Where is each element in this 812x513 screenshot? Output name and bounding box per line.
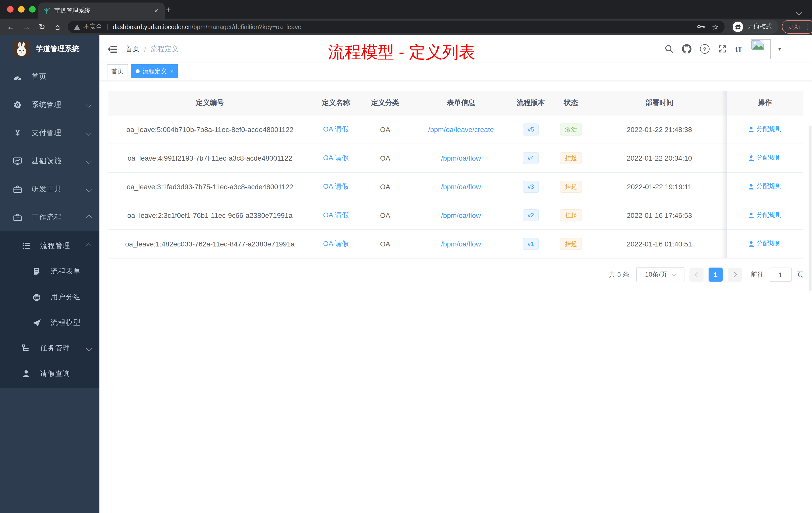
sidebar-item-workflow[interactable]: 工作流程 [0,203,99,232]
page-content: 定义编号 定义名称 定义分类 表单信息 流程版本 状态 部署时间 操作 oa_l… [99,80,812,513]
next-page-button[interactable] [728,268,742,281]
sidebar-item-leave-query[interactable]: 请假查询 [0,361,99,387]
incognito-label: 无痕模式 [747,23,772,31]
back-icon[interactable]: ← [4,20,18,34]
reload-icon[interactable]: ↻ [35,20,49,34]
form-link[interactable]: /bpm/oa/flow [441,211,481,219]
cell-deploy-time: 2022-01-22 20:34:10 [592,154,726,162]
chevron-down-icon [86,158,92,164]
url-host: dashboard.yudao.iocoder.cn [113,23,192,30]
sidebar-item-infra[interactable]: 基础设施 [0,147,99,175]
assign-rule-button[interactable]: 分配规则 [748,125,782,134]
browser-menu-kebab-icon[interactable]: ⋮ [804,23,811,31]
screen: 芋道管理系统 × + ← → ↻ ⌂ 不安全 dashboard.yudao.i… [0,0,812,513]
home-icon[interactable]: ⌂ [51,20,64,34]
tab-title: 芋道管理系统 [54,6,153,15]
tag-current[interactable]: 流程定义 × [131,64,178,78]
help-icon[interactable]: ? [700,44,709,54]
page-1-button[interactable]: 1 [708,268,723,281]
col-header-version: 流程版本 [512,98,549,108]
chevron-left-icon [695,272,700,278]
not-secure-label[interactable]: 不安全 [83,23,102,31]
sidebar-item-payment[interactable]: ¥ 支付管理 [0,119,99,147]
forward-icon[interactable]: → [20,20,33,34]
yen-icon: ¥ [12,128,23,138]
close-window-button[interactable] [7,6,13,12]
form-link[interactable]: /bpm/oa/flow [441,240,481,248]
browser-tab-strip: 芋道管理系统 × + [0,0,812,19]
goto-page-input[interactable]: 1 [769,268,792,281]
cell-id: oa_leave:1:482ec033-762a-11ec-8477-a2380… [109,240,311,248]
definition-name-link[interactable]: OA 请假 [323,154,349,162]
sidebar-item-user-group[interactable]: 用户分组 [0,284,99,310]
table-row: oa_leave:3:1fad3d93-7b75-11ec-a3c8-acde4… [109,173,804,201]
sidebar-item-process-mgmt[interactable]: 流程管理 [0,233,99,259]
broken-image-icon [751,39,764,50]
sidebar-item-system[interactable]: 系统管理 [0,91,99,119]
cell-id: oa_leave:4:991f2193-7b7f-11ec-a3c8-acde4… [109,154,311,162]
zoom-window-button[interactable] [29,6,36,12]
tab-favicon-plant-icon [43,7,50,14]
form-link[interactable]: /bpm/oa/flow [441,183,481,191]
definition-name-link[interactable]: OA 请假 [323,182,349,190]
avatar[interactable] [751,39,771,59]
window-controls [7,6,36,12]
app-title: 芋道管理系统 [36,44,79,54]
sidebar-item-home[interactable]: 首页 [0,63,99,91]
status-badge: 挂起 [560,181,582,193]
avatar-caret-icon[interactable]: ▼ [777,47,782,52]
tab-close-icon[interactable]: × [153,6,160,14]
sidebar-item-task-mgmt[interactable]: 任务管理 [0,335,99,361]
sidebar-item-process-model[interactable]: 流程模型 [0,310,99,335]
form-link[interactable]: /bpm/oa/flow [441,154,481,162]
tag-close-icon[interactable]: × [170,68,174,74]
cell-category: OA [360,154,410,162]
key-icon[interactable] [697,23,705,30]
assign-rule-button[interactable]: 分配规则 [748,211,782,220]
tags-view-bar: 首页 流程定义 × [99,63,812,80]
assign-rule-button[interactable]: 分配规则 [748,154,782,162]
scrollbar[interactable] [809,125,812,291]
cell-category: OA [360,240,410,248]
person-icon [748,155,754,161]
col-header-status: 状态 [549,98,592,108]
person-icon [748,241,754,247]
browser-tab[interactable]: 芋道管理系统 × [38,2,165,19]
browser-update-button[interactable]: 更新 ⋮ [782,20,812,34]
breadcrumb-home[interactable]: 首页 [125,44,140,54]
new-tab-button[interactable]: + [162,3,175,17]
sidebar-logo[interactable]: 芋道管理系统 [0,35,99,63]
sidebar-item-devtools[interactable]: 研发工具 [0,175,99,203]
col-header-deploy-time: 部署时间 [592,98,726,108]
toolbox-icon [12,185,23,193]
person-icon [748,126,754,132]
definition-name-link[interactable]: OA 请假 [323,125,349,133]
sidebar-collapse-hamburger-icon[interactable] [108,45,117,53]
bookmark-star-icon[interactable]: ☆ [712,22,719,31]
fullscreen-icon[interactable] [718,45,727,53]
minimize-window-button[interactable] [18,6,25,12]
url-text[interactable]: dashboard.yudao.iocoder.cn/bpm/manager/d… [113,23,301,30]
list-tree-icon [21,242,32,249]
definition-name-link[interactable]: OA 请假 [323,239,349,247]
tab-search-chevron-icon[interactable] [797,7,801,17]
cell-id: oa_leave:2:3c1f0ef1-76b1-11ec-9c66-a2380… [109,211,311,219]
form-link[interactable]: /bpm/oa/leave/create [428,125,494,133]
page-size-select[interactable]: 10条/页 [636,267,685,282]
github-icon[interactable] [682,44,692,54]
definition-name-link[interactable]: OA 请假 [323,211,349,219]
assign-rule-button[interactable]: 分配规则 [748,182,782,191]
goto-unit-label: 页 [797,270,804,279]
prev-page-button[interactable] [690,268,703,281]
table-row: oa_leave:4:991f2193-7b7f-11ec-a3c8-acde4… [109,144,804,173]
sidebar: 芋道管理系统 首页 系统管理 ¥ 支付管理 [0,35,99,513]
font-size-icon[interactable]: tT [735,45,742,53]
search-icon[interactable] [665,45,673,53]
tag-home[interactable]: 首页 [107,64,128,78]
person-icon [21,370,32,378]
breadcrumb-separator: / [144,45,146,53]
address-bar[interactable]: 不安全 dashboard.yudao.iocoder.cn/bpm/manag… [68,21,725,33]
assign-rule-button[interactable]: 分配规则 [748,240,782,248]
sidebar-item-process-form[interactable]: 流程表单 [0,259,99,284]
workflow-submenu: 流程管理 流程表单 用户分组 [0,232,99,388]
